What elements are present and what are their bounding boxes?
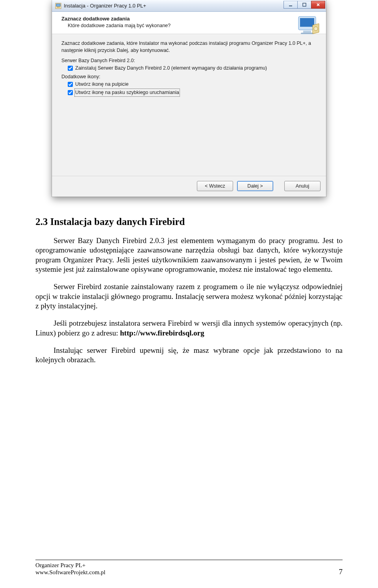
- svg-rect-3: [289, 6, 292, 6]
- minimize-button[interactable]: [284, 1, 298, 9]
- group-firebird-label: Serwer Bazy Danych Firebird 2.0:: [61, 58, 317, 63]
- maximize-button[interactable]: [297, 1, 311, 9]
- section-heading: 2.3 Instalacja bazy danych Firebird: [35, 216, 343, 227]
- svg-rect-4: [303, 3, 306, 6]
- svg-rect-1: [56, 4, 60, 6]
- checkbox-install-firebird[interactable]: Zainstaluj Serwer Bazy Danych Firebird 2…: [68, 65, 317, 72]
- app-icon: [55, 3, 61, 9]
- page-footer: Organizer Pracy PL+ www.SoftwareProjekt.…: [35, 560, 343, 577]
- header-title: Zaznacz dodatkowe zadania: [61, 16, 295, 22]
- checkbox-label: Utwórz ikonę na pulpicie: [75, 81, 129, 88]
- page-number: 7: [339, 568, 343, 576]
- checkbox-input[interactable]: [68, 66, 73, 71]
- wizard-footer: < Wstecz Dalej > Anuluj: [52, 176, 326, 197]
- installer-window: Instalacja - Organizer Pracy 1.0 PL+ Zaz…: [52, 0, 326, 197]
- svg-point-9: [314, 27, 318, 31]
- paragraph-1: Serwer Bazy Danych Firebird 2.0.3 jest e…: [35, 236, 343, 274]
- back-button[interactable]: < Wstecz: [197, 181, 233, 191]
- paragraph-3: Jeśli potrzebujesz instalatora serwera F…: [35, 319, 343, 338]
- checkbox-input[interactable]: [68, 90, 73, 95]
- header-subtitle: Które dodatkowe zadania mają być wykonan…: [68, 23, 295, 28]
- footer-product: Organizer Pracy PL+: [35, 562, 106, 569]
- svg-rect-6: [300, 18, 314, 27]
- firebird-url: http://www.firebirdsql.org: [120, 329, 204, 337]
- paragraph-4: Instalując serwer Firebird upewnij się, …: [35, 346, 343, 365]
- svg-rect-7: [303, 31, 311, 33]
- wizard-header: Zaznacz dodatkowe zadania Które dodatkow…: [52, 12, 326, 34]
- window-title: Instalacja - Organizer Pracy 1.0 PL+: [64, 3, 146, 9]
- footer-left: Organizer Pracy PL+ www.SoftwareProjekt.…: [35, 562, 106, 577]
- cancel-button[interactable]: Anuluj: [284, 181, 321, 191]
- checkbox-label: Utwórz ikonę na pasku szybkiego uruchami…: [75, 89, 179, 96]
- next-button[interactable]: Dalej >: [237, 181, 273, 191]
- checkbox-desktop-icon[interactable]: Utwórz ikonę na pulpicie: [68, 81, 317, 88]
- checkbox-input[interactable]: [68, 82, 73, 87]
- close-button[interactable]: [311, 1, 325, 9]
- window-controls: [284, 1, 325, 9]
- installer-icon: [297, 15, 321, 37]
- body-instruction: Zaznacz dodatkowe zadania, które Instala…: [61, 40, 317, 54]
- checkbox-quicklaunch-icon[interactable]: Utwórz ikonę na pasku szybkiego uruchami…: [68, 89, 317, 96]
- paragraph-2: Serwer Firebird zostanie zainstalowany r…: [35, 282, 343, 311]
- wizard-body: Zaznacz dodatkowe zadania, które Instala…: [52, 34, 326, 176]
- footer-url: www.SoftwareProjekt.com.pl: [35, 569, 106, 576]
- checkbox-label: Zainstaluj Serwer Bazy Danych Firebird 2…: [75, 65, 267, 72]
- group-icons-label: Dodatkowe ikony:: [61, 74, 317, 79]
- svg-rect-8: [301, 33, 313, 34]
- titlebar: Instalacja - Organizer Pracy 1.0 PL+: [52, 0, 326, 12]
- svg-rect-2: [57, 7, 60, 8]
